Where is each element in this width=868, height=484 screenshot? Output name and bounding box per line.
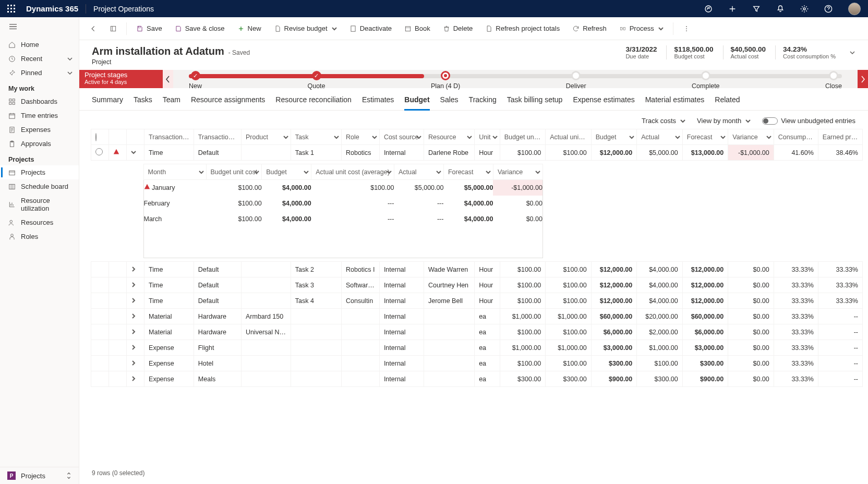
grid-row[interactable]: TimeDefaultTask 3Software IInternalCourt… <box>91 277 863 293</box>
stage-close[interactable]: Close <box>825 70 842 88</box>
settings-icon[interactable] <box>800 5 809 13</box>
tab-expense-estimates[interactable]: Expense estimates <box>573 93 634 110</box>
col-header[interactable]: Product <box>241 129 291 145</box>
expand-toggle[interactable] <box>127 145 144 161</box>
nav-pinned[interactable]: Pinned <box>0 66 79 80</box>
col-header[interactable]: Transaction class <box>144 129 194 145</box>
area-switcher[interactable]: P Projects <box>0 467 79 484</box>
nav-expenses[interactable]: Expenses <box>0 123 79 137</box>
col-header[interactable]: Budget unit cost <box>500 129 546 145</box>
save-close-button[interactable]: Save & close <box>170 21 230 35</box>
book-button[interactable]: Book <box>399 21 436 35</box>
nav-dashboards[interactable]: Dashboards <box>0 94 79 108</box>
col-header[interactable]: Forecast <box>682 129 728 145</box>
tab-resource-assignments[interactable]: Resource assignments <box>191 93 265 110</box>
sub-col-header[interactable]: Forecast <box>443 164 493 180</box>
stage-flyout[interactable]: Project stages Active for 4 days <box>79 70 163 88</box>
deactivate-button[interactable]: Deactivate <box>344 21 397 35</box>
col-header[interactable]: Earned progres <box>818 129 862 145</box>
filter-icon[interactable] <box>752 5 761 13</box>
stage-quote[interactable]: Quote <box>307 70 325 88</box>
assistant-icon[interactable] <box>704 5 713 13</box>
tab-material-estimates[interactable]: Material estimates <box>645 93 705 110</box>
sub-col-header[interactable]: Budget unit cost <box>206 164 262 180</box>
nav-recent[interactable]: Recent <box>0 52 79 66</box>
expand-toggle[interactable] <box>127 277 144 293</box>
stage-pland[interactable]: Plan (4 D) <box>431 70 460 88</box>
stage-prev-button[interactable] <box>163 70 173 88</box>
app-launcher-icon[interactable] <box>7 5 16 13</box>
expand-toggle[interactable] <box>127 262 144 277</box>
grid-row[interactable]: TimeDefaultTask 1RoboticsInternalDarlene… <box>91 145 863 161</box>
nav-time-entries[interactable]: Time entries <box>0 108 79 123</box>
nav-resource-utilization[interactable]: Resource utilization <box>0 193 79 215</box>
grid-row[interactable]: ExpenseFlightInternalea$1,000.00$1,000.0… <box>91 340 863 356</box>
tab-tracking[interactable]: Tracking <box>469 93 497 110</box>
tab-sales[interactable]: Sales <box>440 93 459 110</box>
col-header[interactable]: Task <box>291 129 341 145</box>
back-button[interactable] <box>85 22 102 35</box>
expand-toggle[interactable] <box>127 371 144 387</box>
col-header[interactable]: Budget <box>591 129 637 145</box>
track-costs-dropdown[interactable]: Track costs <box>642 117 685 125</box>
new-button[interactable]: New <box>232 21 267 35</box>
col-header[interactable]: Resource <box>424 129 474 145</box>
sub-col-header[interactable]: Month <box>143 164 206 180</box>
notifications-icon[interactable] <box>776 5 785 13</box>
tab-budget[interactable]: Budget <box>404 93 429 111</box>
col-header[interactable]: Actual unit cost <box>546 129 592 145</box>
sub-row[interactable]: March$100.00$4,000.00------$4,000.00$0.0… <box>143 211 542 227</box>
expand-toggle[interactable] <box>127 293 144 309</box>
nav-home[interactable]: Home <box>0 38 79 52</box>
col-header[interactable]: Transaction cate <box>194 129 241 145</box>
row-selector[interactable] <box>95 148 103 155</box>
save-button[interactable]: Save <box>131 21 167 35</box>
nav-schedule-board[interactable]: Schedule board <box>0 179 79 193</box>
stage-new[interactable]: New <box>189 70 202 88</box>
tab-resource-reconciliation[interactable]: Resource reconciliation <box>275 93 352 110</box>
col-header[interactable]: Consumption % <box>774 129 818 145</box>
sub-col-header[interactable]: Variance <box>493 164 542 180</box>
tab-team[interactable]: Team <box>163 93 180 110</box>
col-header[interactable]: Role <box>341 129 379 145</box>
user-avatar[interactable] <box>848 3 861 15</box>
refresh-button[interactable]: Refresh <box>567 21 612 35</box>
nav-roles[interactable]: Roles <box>0 229 79 244</box>
col-header[interactable]: Unit <box>475 129 500 145</box>
sub-col-header[interactable]: Budget <box>262 164 311 180</box>
grid-row[interactable]: ExpenseHotelInternalea$100.00$100.00$300… <box>91 356 863 371</box>
sub-col-header[interactable]: Actual <box>394 164 443 180</box>
add-icon[interactable] <box>728 5 737 13</box>
view-by-month-dropdown[interactable]: View by month <box>697 117 751 125</box>
help-icon[interactable] <box>824 5 833 13</box>
stage-next-button[interactable] <box>858 70 868 88</box>
refresh-totals-button[interactable]: Refresh project totals <box>480 21 565 35</box>
nav-collapse-button[interactable] <box>0 20 79 38</box>
nav-approvals[interactable]: Approvals <box>0 137 79 151</box>
expand-toggle[interactable] <box>127 309 144 324</box>
kpi-expand-icon[interactable] <box>849 50 855 56</box>
expand-toggle[interactable] <box>127 324 144 340</box>
nav-projects[interactable]: Projects <box>0 165 79 179</box>
expand-toggle[interactable] <box>127 356 144 371</box>
grid-row[interactable]: MaterialHardwareUniversal Netv CardInter… <box>91 324 863 340</box>
tab-tasks[interactable]: Tasks <box>134 93 152 110</box>
grid-row[interactable]: ExpenseMealsInternalea$300.00$300.00$900… <box>91 371 863 387</box>
delete-button[interactable]: Delete <box>438 21 478 35</box>
select-all-header[interactable] <box>91 129 109 145</box>
sub-row[interactable]: February$100.00$4,000.00------$4,000.00$… <box>143 196 542 211</box>
more-commands-button[interactable] <box>678 22 695 35</box>
tab-estimates[interactable]: Estimates <box>362 93 394 110</box>
tab-related[interactable]: Related <box>715 93 740 110</box>
process-button[interactable]: Process <box>614 21 669 35</box>
grid-row[interactable]: MaterialHardwareArmbard 150Internalea$1,… <box>91 309 863 324</box>
revise-budget-button[interactable]: Revise budget <box>269 21 342 35</box>
stage-deliver[interactable]: Deliver <box>566 70 586 88</box>
grid-row[interactable]: TimeDefaultTask 4ConsultinInternalJerome… <box>91 293 863 309</box>
unbudgeted-toggle[interactable]: View unbudgeted entries <box>762 117 855 125</box>
stage-complete[interactable]: Complete <box>692 70 720 88</box>
open-record-set-button[interactable] <box>104 22 122 35</box>
col-header[interactable]: Actual <box>637 129 683 145</box>
col-header[interactable]: Cost source <box>379 129 424 145</box>
col-header[interactable]: Variance <box>728 129 774 145</box>
